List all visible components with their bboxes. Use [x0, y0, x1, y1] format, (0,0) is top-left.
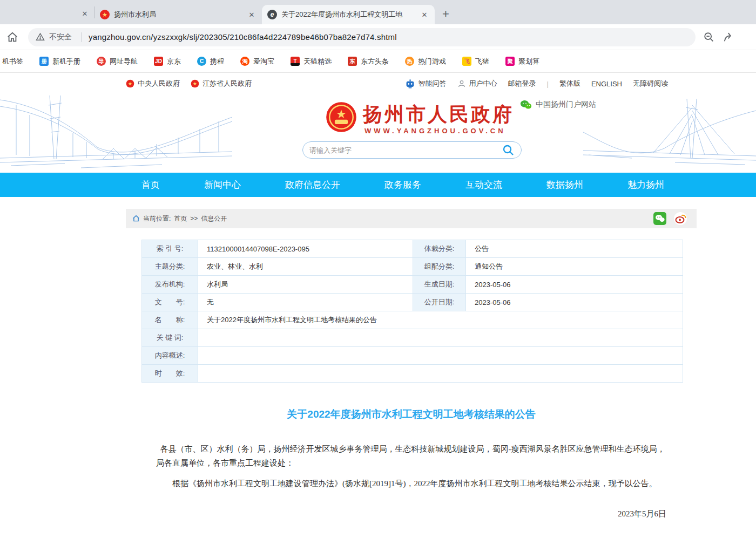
bookmark-item[interactable]: 册 新机手册 [39, 57, 80, 66]
nav-data[interactable]: 数据扬州 [546, 179, 583, 191]
link-label: 智能问答 [418, 79, 447, 88]
url-text[interactable]: yangzhou.gov.cn/yzszxxgk/slj/202305/210c… [89, 32, 397, 42]
gov-emblem-favicon-icon: ★ [100, 10, 110, 19]
table-row: 文 号: 无 公开日期: 2023-05-06 [142, 294, 683, 311]
nav-charm[interactable]: 魅力扬州 [627, 179, 664, 191]
bookmark-item[interactable]: 淘 爱淘宝 [240, 57, 274, 66]
nav-interaction[interactable]: 互动交流 [465, 179, 502, 191]
bookmark-item[interactable]: JD 京东 [154, 57, 181, 66]
bridge-artwork-right [583, 94, 756, 173]
home-icon [132, 215, 140, 222]
svg-text:★: ★ [336, 107, 347, 121]
bookmark-icon: T [291, 57, 300, 66]
article-date: 2023年5月6日 [156, 509, 666, 519]
close-icon[interactable]: ✕ [247, 10, 256, 19]
bookmark-item[interactable]: 东 东方头条 [348, 57, 389, 66]
share-icon[interactable] [723, 31, 735, 43]
browser-tab-strip: ✕ ★ 扬州市水利局 ✕ e 关于2022年度扬州市水利工程文明工地 ✕ + [0, 0, 756, 24]
meta-value [198, 347, 683, 364]
meta-label: 索 引 号: [142, 240, 198, 257]
bookmark-label: 新机手册 [52, 57, 80, 66]
close-icon[interactable]: ✕ [80, 9, 90, 18]
meta-value: 通知公告 [466, 258, 683, 275]
nav-info-disclosure[interactable]: 政府信息公开 [285, 179, 340, 191]
site-favicon-icon: e [267, 10, 277, 19]
site-top-links: ★ 中央人民政府 ★ 江苏省人民政府 智能问答 用户中心 [0, 73, 756, 94]
nav-home[interactable]: 首页 [141, 179, 160, 191]
document-meta-table: 索 引 号: 11321000014407098E-2023-095 体裁分类:… [141, 240, 683, 383]
security-label: 不安全 [49, 32, 72, 42]
bookmark-item[interactable]: 机书签 [2, 57, 23, 66]
nav-news[interactable]: 新闻中心 [204, 179, 241, 191]
close-icon[interactable]: ✕ [420, 10, 429, 19]
site-banner: ★ 扬州市人民政府 WWW.YANGZHOU.GOV.CN 中国扬州门户网站 [0, 94, 756, 173]
svg-text:★: ★ [128, 81, 132, 86]
link-smart-qa[interactable]: 智能问答 [405, 79, 447, 88]
link-label: 中央人民政府 [138, 79, 180, 88]
home-icon[interactable] [6, 31, 18, 43]
meta-value: 无 [198, 294, 413, 311]
bookmark-icon: 导 [97, 57, 106, 66]
search-input[interactable] [309, 146, 502, 154]
browser-toolbar: 不安全 yangzhou.gov.cn/yzszxxgk/slj/202305/… [0, 24, 756, 50]
link-mail-login[interactable]: 邮箱登录 [508, 79, 536, 88]
link-central-gov[interactable]: ★ 中央人民政府 [126, 79, 180, 88]
link-english[interactable]: ENGLISH [591, 80, 622, 88]
bookmark-item[interactable]: 飞 飞猪 [462, 57, 489, 66]
tab-announcement-active[interactable]: e 关于2022年度扬州市水利工程文明工地 ✕ [262, 5, 435, 24]
bookmark-label: 东方头条 [361, 57, 389, 66]
link-traditional[interactable]: 繁体版 [559, 79, 580, 88]
national-emblem-icon: ★ [326, 101, 357, 133]
table-row: 时 效: [142, 365, 683, 383]
weibo-share-icon[interactable] [674, 212, 687, 225]
search-icon[interactable] [502, 144, 515, 156]
link-jiangsu-gov[interactable]: ★ 江苏省人民政府 [191, 79, 252, 88]
meta-value [198, 365, 683, 382]
meta-label: 内容概述: [142, 347, 198, 364]
address-bar[interactable]: 不安全 yangzhou.gov.cn/yzszxxgk/slj/202305/… [28, 28, 696, 46]
meta-label: 主题分类: [142, 258, 198, 275]
bookmark-item[interactable]: C 携程 [197, 57, 224, 66]
article-body: 关于2022年度扬州市水利工程文明工地考核结果的公告 各县（市、区）水利（务）局… [126, 407, 697, 538]
bookmark-item[interactable]: T 天猫精选 [291, 57, 332, 66]
bookmark-icon: 聚 [505, 57, 515, 66]
link-label: 用户中心 [469, 79, 497, 88]
bookmark-icon: 东 [348, 57, 357, 66]
breadcrumb-home-link[interactable]: 首页 [174, 214, 187, 223]
wechat-share-icon[interactable] [653, 212, 666, 225]
new-tab-button[interactable]: + [442, 8, 449, 20]
meta-label: 组配分类: [413, 258, 466, 275]
nav-services[interactable]: 政务服务 [384, 179, 421, 191]
meta-label: 生成日期: [413, 276, 466, 293]
article-paragraph: 各县（市、区）水利（务）局，扬州经济开发区城乡事务管理局，生态科技新城规划建设局… [156, 442, 666, 470]
meta-value: 2023-05-06 [466, 276, 683, 293]
bookmark-label: 机书签 [2, 57, 23, 66]
link-accessible[interactable]: 无障碍阅读 [633, 79, 668, 88]
meta-value: 农业、林业、水利 [198, 258, 413, 275]
link-label: 江苏省人民政府 [202, 79, 252, 88]
svg-text:★: ★ [193, 81, 197, 86]
bookmark-label: 天猫精选 [303, 57, 332, 66]
breadcrumb-current: 信息公开 [201, 214, 227, 223]
table-row: 内容概述: [142, 347, 683, 365]
bookmark-item[interactable]: 导 网址导航 [97, 57, 138, 66]
bookmark-item[interactable]: 聚 聚划算 [505, 57, 539, 66]
tab-water-bureau[interactable]: ★ 扬州市水利局 ✕ [94, 5, 262, 24]
portal-link[interactable]: 中国扬州门户网站 [520, 100, 596, 110]
site-title: 扬州市人民政府 [363, 101, 514, 128]
bookmark-label: 聚划算 [518, 57, 539, 66]
main-nav: 首页 新闻中心 政府信息公开 政务服务 互动交流 数据扬州 魅力扬州 [0, 173, 756, 197]
bookmark-icon: C [197, 57, 206, 66]
meta-label: 关 键 词: [142, 329, 198, 346]
meta-label: 体裁分类: [413, 240, 466, 257]
bookmark-item[interactable]: 热 热门游戏 [405, 57, 446, 66]
bookmark-icon: 飞 [462, 57, 471, 66]
meta-value: 2023-05-06 [466, 294, 683, 311]
link-user-center[interactable]: 用户中心 [457, 79, 497, 88]
user-icon [457, 79, 466, 88]
meta-value: 公告 [466, 240, 683, 257]
meta-label: 名 称: [142, 311, 198, 329]
bookmark-label: 飞猪 [475, 57, 489, 66]
portal-label: 中国扬州门户网站 [536, 100, 596, 110]
zoom-out-icon[interactable] [703, 31, 715, 43]
